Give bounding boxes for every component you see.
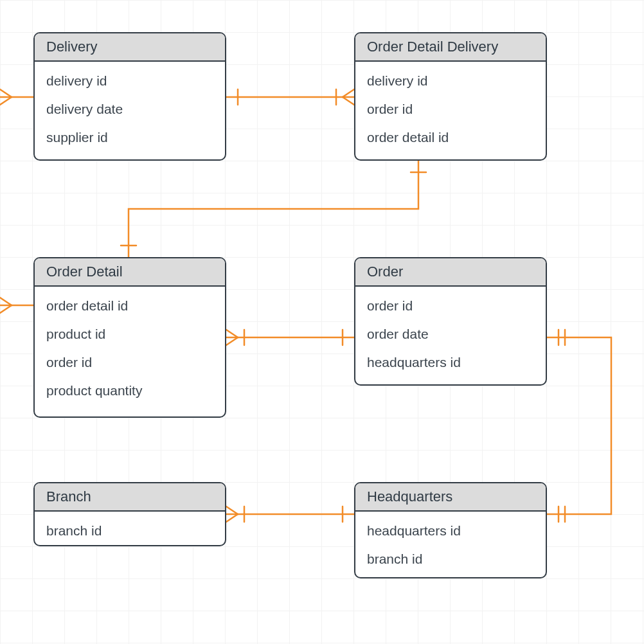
entity-header: Order Detail <box>35 258 225 287</box>
entity-attr: order date <box>367 320 534 348</box>
entity-title: Headquarters <box>367 488 452 505</box>
entity-attr: order id <box>367 292 534 320</box>
entity-headquarters[interactable]: Headquarters headquarters id branch id <box>354 482 547 578</box>
entity-attr: delivery id <box>367 67 534 95</box>
svg-line-18 <box>226 506 238 514</box>
svg-line-4 <box>343 97 354 105</box>
entity-title: Order Detail <box>46 264 123 280</box>
svg-line-10 <box>226 330 238 337</box>
entity-header: Delivery <box>35 33 225 62</box>
entity-body: order id order date headquarters id <box>355 287 546 386</box>
entity-order[interactable]: Order order id order date headquarters i… <box>354 257 547 386</box>
entity-header: Headquarters <box>355 483 546 512</box>
entity-title: Order <box>367 264 403 280</box>
svg-line-11 <box>226 337 238 345</box>
entity-body: delivery id delivery date supplier id <box>35 62 225 161</box>
entity-attr: supplier id <box>46 123 213 152</box>
entity-attr: delivery date <box>46 95 213 123</box>
entity-title: Delivery <box>46 39 97 55</box>
entity-header: Order <box>355 258 546 287</box>
entity-header: Branch <box>35 483 225 512</box>
entity-attr: order id <box>367 95 534 123</box>
entity-attr: branch id <box>46 517 213 545</box>
entity-attr: order detail id <box>367 123 534 152</box>
entity-body: order detail id product id order id prod… <box>35 287 225 414</box>
entity-body: delivery id order id order detail id <box>355 62 546 161</box>
entity-attr: delivery id <box>46 67 213 95</box>
svg-line-8 <box>0 298 12 305</box>
svg-line-19 <box>226 514 238 522</box>
svg-line-0 <box>0 89 12 97</box>
entity-delivery[interactable]: Delivery delivery id delivery date suppl… <box>33 32 226 161</box>
diagram-canvas[interactable]: Delivery delivery id delivery date suppl… <box>0 0 644 644</box>
entity-branch[interactable]: Branch branch id <box>33 482 226 546</box>
svg-line-3 <box>343 89 354 97</box>
entity-attr: order id <box>46 348 213 377</box>
entity-attr: product id <box>46 320 213 348</box>
entity-title: Order Detail Delivery <box>367 39 498 55</box>
rel-order-hq <box>547 337 611 514</box>
entity-order-detail[interactable]: Order Detail order detail id product id … <box>33 257 226 418</box>
rel-odd-orderdetail <box>129 161 418 257</box>
entity-body: branch id <box>35 512 225 546</box>
entity-attr: headquarters id <box>367 517 534 545</box>
entity-attr: product quantity <box>46 377 213 405</box>
entity-title: Branch <box>46 488 91 505</box>
svg-line-9 <box>0 305 12 313</box>
svg-line-1 <box>0 97 12 105</box>
entity-order-detail-delivery[interactable]: Order Detail Delivery delivery id order … <box>354 32 547 161</box>
entity-attr: order detail id <box>46 292 213 320</box>
entity-body: headquarters id branch id <box>355 512 546 578</box>
entity-header: Order Detail Delivery <box>355 33 546 62</box>
entity-attr: branch id <box>367 545 534 573</box>
entity-attr: headquarters id <box>367 348 534 377</box>
